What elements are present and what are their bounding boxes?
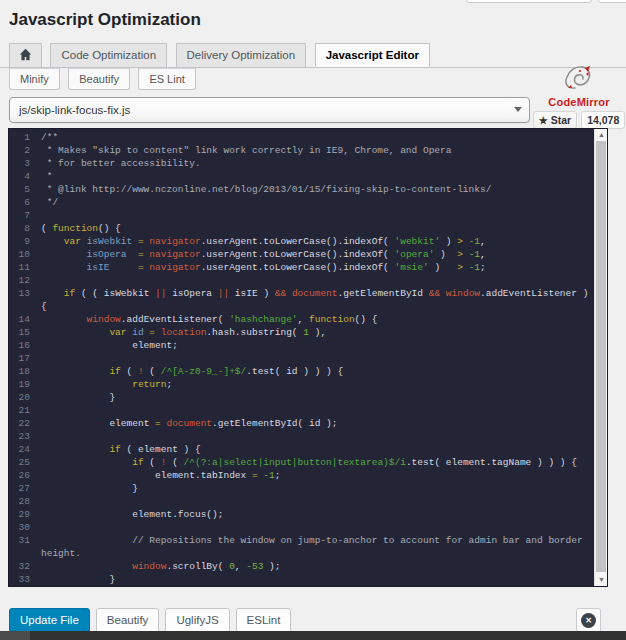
code-line: 23 [9, 430, 607, 443]
github-star-widget: ★Star 14,078 [537, 111, 621, 129]
subtab-eslint[interactable]: ES Lint [138, 68, 195, 90]
chevron-down-icon [514, 107, 522, 112]
code-line: 8( function() { [9, 222, 607, 235]
code-line: 31 // Repositions the window on jump-to-… [9, 534, 607, 560]
scroll-down-icon[interactable]: ▼ [595, 574, 608, 586]
code-line: 24 if ( element ) { [9, 443, 607, 456]
code-line: 14 window.addEventListener( 'hashchange'… [9, 313, 607, 326]
tab-javascript-editor[interactable]: Javascript Editor [315, 43, 430, 67]
close-button[interactable]: ✕ [576, 608, 601, 633]
code-line: 3 * for better accessibility. [9, 157, 607, 170]
code-line: 11 isIE = navigator.userAgent.toLowerCas… [9, 261, 607, 274]
code-line: 33 } [9, 573, 607, 586]
update-file-button[interactable]: Update File [9, 608, 90, 633]
main-tab-bar: Code Optimization Delivery Optimization … [0, 43, 626, 68]
cutoff-button[interactable] [598, 0, 626, 3]
home-icon [19, 51, 32, 63]
admin-page: Javascript Optimization Code Optimizatio… [0, 0, 626, 640]
code-line: 28 [9, 495, 607, 508]
close-icon: ✕ [581, 613, 596, 628]
code-line: 15 var id = location.hash.substring( 1 )… [9, 326, 607, 339]
star-count[interactable]: 14,078 [581, 111, 625, 129]
code-line: 18 if ( ! ( /^[A-z0-9_-]+$/.test( id ) )… [9, 365, 607, 378]
code-line: 29 element.focus(); [9, 508, 607, 521]
uglifyjs-button[interactable]: UglifyJS [165, 608, 229, 633]
tab-home[interactable] [9, 43, 42, 67]
tab-delivery-optimization[interactable]: Delivery Optimization [176, 43, 307, 67]
bottom-bar [0, 631, 626, 640]
code-line: 26 element.tabIndex = -1; [9, 469, 607, 482]
codemirror-link[interactable]: CodeMirror [537, 96, 621, 108]
code-line: 16 element; [9, 339, 607, 352]
code-lines: 1/**2 * Makes "skip to content" link wor… [9, 129, 607, 587]
editor-scrollbar[interactable]: ▲ ▼ [594, 129, 607, 586]
file-select-value: js/skip-link-focus-fix.js [19, 104, 130, 116]
scrollbar-thumb[interactable] [596, 141, 606, 572]
code-line: 4 * [9, 170, 607, 183]
code-line: 21 [9, 404, 607, 417]
code-line: 9 var isWebkit = navigator.userAgent.toL… [9, 235, 607, 248]
code-line: 1/** [9, 131, 607, 144]
star-icon: ★ [539, 115, 548, 126]
star-button[interactable]: ★Star [533, 111, 577, 129]
code-line: 10 isOpera = navigator.userAgent.toLower… [9, 248, 607, 261]
codemirror-widget: CodeMirror ★Star 14,078 [537, 64, 621, 129]
code-line: 19 return; [9, 378, 607, 391]
code-line: 6 */ [9, 196, 607, 209]
code-line: 17 [9, 352, 607, 365]
code-line: 2 * Makes "skip to content" link work co… [9, 144, 607, 157]
code-line: 30 [9, 521, 607, 534]
subtab-minify[interactable]: Minify [9, 68, 60, 90]
page-title: Javascript Optimization [0, 0, 626, 31]
editor-subtab-bar: Minify Beautify ES Lint [0, 68, 626, 90]
code-line: 13 if ( ( isWebkit || isOpera || isIE ) … [9, 287, 607, 313]
code-line: 20 } [9, 391, 607, 404]
code-line: 7 [9, 209, 607, 222]
code-editor[interactable]: 1/**2 * Makes "skip to content" link wor… [8, 128, 608, 587]
scroll-up-icon[interactable]: ▲ [595, 129, 608, 141]
code-line: 34 }, false ); [9, 586, 607, 587]
tab-code-optimization[interactable]: Code Optimization [50, 43, 167, 67]
code-line: 25 if ( ! ( /^(?:a|select|input|button|t… [9, 456, 607, 469]
cutoff-button[interactable] [466, 0, 592, 3]
codemirror-logo-icon [561, 64, 597, 95]
code-line: 27 } [9, 482, 607, 495]
subtab-beautify[interactable]: Beautify [68, 68, 130, 90]
beautify-button[interactable]: Beautify [96, 608, 160, 633]
code-line: 22 element = document.getElementById( id… [9, 417, 607, 430]
eslint-button[interactable]: ESLint [236, 608, 292, 633]
code-line: 12 [9, 274, 607, 287]
code-line: 32 window.scrollBy( 0, -53 ); [9, 560, 607, 573]
code-line: 5 * @link http://www.nczonline.net/blog/… [9, 183, 607, 196]
file-select-dropdown[interactable]: js/skip-link-focus-fix.js [9, 97, 530, 123]
footer-toolbar: Update File Beautify UglifyJS ESLint ✕ [9, 608, 626, 633]
